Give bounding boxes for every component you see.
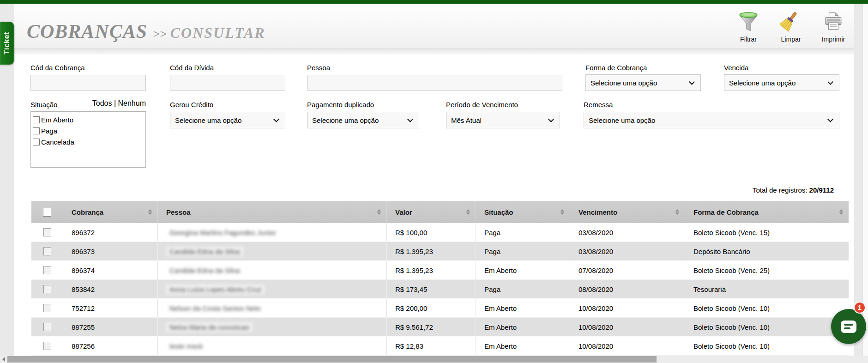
cod-divida-input[interactable]: [170, 75, 285, 91]
column-header-pessoa[interactable]: Pessoa: [158, 201, 387, 223]
sort-icon: [148, 209, 152, 215]
limpar-button[interactable]: Limpar: [773, 11, 809, 43]
records-total-label: Total de registros:: [753, 186, 807, 194]
pagamento-duplicado-label: Pagamento duplicado: [307, 101, 374, 109]
situacao-option: Cancelada: [33, 136, 144, 147]
forma-cobranca-label: Forma de Cobrança: [585, 64, 647, 72]
situacao-checkbox-cancelada[interactable]: [33, 139, 40, 145]
page-subtitle: CONSULTAR: [170, 24, 265, 41]
row-checkbox[interactable]: [43, 247, 51, 255]
periodo-vencimento-label: Período de Vencimento: [446, 101, 518, 109]
cell-situacao: Paga: [476, 223, 570, 242]
column-header-cobranca[interactable]: Cobrança: [63, 201, 158, 223]
vencida-selected-value: Selecione uma opção: [729, 79, 796, 87]
remessa-select[interactable]: Selecione uma opção: [584, 112, 839, 128]
filter-funnel-icon: [738, 11, 759, 34]
vencida-label: Vencida: [724, 64, 748, 72]
cell-cobranca: 853842: [63, 280, 158, 298]
situacao-todos-link[interactable]: Todos: [92, 99, 112, 107]
cell-forma-cobranca: Boleto Sicoob (Venc. 10): [685, 299, 849, 317]
chevron-down-icon: [548, 116, 554, 122]
cell-forma-cobranca: Boleto Sicoob (Venc. 10): [685, 318, 849, 336]
row-checkbox[interactable]: [43, 342, 51, 350]
imprimir-button[interactable]: Imprimir: [815, 11, 851, 43]
chevron-down-icon: [273, 116, 279, 122]
cod-cobranca-input[interactable]: [30, 75, 146, 91]
cod-divida-label: Cód da Dívida: [170, 64, 214, 72]
column-header-valor[interactable]: Valor: [387, 201, 476, 223]
cell-vencimento: 08/08/2020: [570, 280, 685, 298]
cell-forma-cobranca: Boleto Sicoob (Venc. 25): [685, 261, 849, 279]
column-header-label: Pessoa: [166, 208, 191, 216]
cod-cobranca-label: Cód da Cobrança: [30, 64, 85, 72]
horizontal-scrollbar[interactable]: [0, 356, 868, 363]
cell-cobranca: 896372: [63, 223, 158, 242]
situacao-checkbox-paga[interactable]: [33, 127, 40, 134]
gerou-credito-select[interactable]: Selecione uma opção: [170, 112, 285, 128]
cell-valor: R$ 1.395,23: [387, 242, 476, 260]
cell-vencimento: 07/08/2020: [570, 261, 685, 279]
cell-situacao: Em Aberto: [476, 318, 570, 336]
cell-situacao: Paga: [476, 242, 570, 260]
sort-icon: [561, 209, 564, 215]
column-header-situacao[interactable]: Situação: [476, 201, 570, 223]
cell-forma-cobranca: Boleto Sicoob (Venc. 15): [685, 223, 849, 242]
printer-icon: [823, 11, 844, 34]
select-all-cell: [31, 201, 63, 223]
chevron-down-icon: [407, 116, 413, 122]
situacao-listbox: Em Aberto Paga Cancelada: [30, 111, 146, 168]
chat-button[interactable]: [831, 309, 866, 344]
row-checkbox[interactable]: [43, 323, 51, 331]
gerou-credito-label: Gerou Crédito: [170, 101, 213, 109]
scroll-left-arrow[interactable]: [0, 356, 7, 363]
broom-icon: [780, 11, 802, 34]
row-checkbox[interactable]: [43, 304, 51, 312]
filtrar-button[interactable]: Filtrar: [730, 11, 766, 43]
periodo-vencimento-select[interactable]: Mês Atual: [446, 112, 560, 128]
situacao-option-label: Paga: [41, 127, 57, 135]
redacted-name: teste mock: [166, 341, 206, 351]
chevron-down-icon: [827, 79, 833, 85]
vencida-select[interactable]: Selecione uma opção: [724, 74, 839, 91]
pessoa-input[interactable]: [307, 75, 562, 91]
cell-vencimento: 10/08/2020: [570, 299, 685, 317]
cell-situacao: Paga: [476, 280, 570, 298]
table-row[interactable]: 896373 Candida Edna da Silva R$ 1.395,23…: [31, 242, 849, 261]
select-all-checkbox[interactable]: [43, 208, 51, 217]
row-checkbox[interactable]: [43, 228, 51, 236]
cell-cobranca: 887255: [63, 318, 158, 336]
situacao-option: Em Aberto: [33, 114, 144, 125]
forma-cobranca-select[interactable]: Selecione uma opção: [585, 74, 701, 91]
table-row[interactable]: 752712 Nelson da Costa Santos Neto R$ 20…: [31, 299, 849, 318]
row-checkbox[interactable]: [43, 266, 51, 274]
sort-icon: [466, 209, 470, 215]
pagamento-duplicado-select[interactable]: Selecione uma opção: [307, 112, 419, 128]
table-row[interactable]: 896374 Candida Edna da Silva R$ 1.395,23…: [31, 261, 849, 280]
situacao-checkbox-em-aberto[interactable]: [33, 116, 40, 123]
row-checkbox[interactable]: [43, 285, 51, 293]
column-header-forma-cobranca[interactable]: Forma de Cobrança: [685, 201, 849, 223]
records-total: Total de registros: 20/9112: [753, 186, 834, 194]
situacao-option-label: Em Aberto: [41, 116, 73, 124]
breadcrumb-separator: >>: [153, 27, 167, 41]
table-row[interactable]: 896372 Georgina Martins Fagundes Junior …: [31, 223, 849, 242]
cell-situacao: Em Aberto: [476, 337, 570, 355]
table-row[interactable]: 853842 Anna Luiza Lopes Abreu Cruz R$ 17…: [31, 280, 849, 299]
cell-pessoa: Georgina Martins Fagundes Junior: [158, 223, 387, 242]
chevron-down-icon: [827, 116, 833, 122]
situacao-option: Paga: [33, 125, 144, 136]
cell-cobranca: 887256: [63, 337, 158, 355]
column-header-label: Valor: [395, 208, 412, 216]
periodo-vencimento-selected-value: Mês Atual: [451, 116, 482, 124]
table-row[interactable]: 887256 teste mock R$ 12,83 Em Aberto 10/…: [31, 337, 849, 356]
scrollbar-thumb[interactable]: [7, 356, 657, 363]
situacao-links-divider: |: [114, 99, 116, 107]
cell-vencimento: 03/08/2020: [570, 223, 685, 242]
situacao-nenhum-link[interactable]: Nenhum: [118, 99, 146, 107]
table-row[interactable]: 887255 Nelza Maria da conceicao R$ 9.561…: [31, 318, 849, 337]
redacted-name: Candida Edna da Silva: [166, 266, 243, 275]
column-header-vencimento[interactable]: Vencimento: [570, 201, 685, 223]
column-header-label: Situação: [484, 208, 513, 216]
column-header-label: Vencimento: [579, 208, 617, 216]
ticket-tab[interactable]: Ticket: [0, 22, 14, 65]
